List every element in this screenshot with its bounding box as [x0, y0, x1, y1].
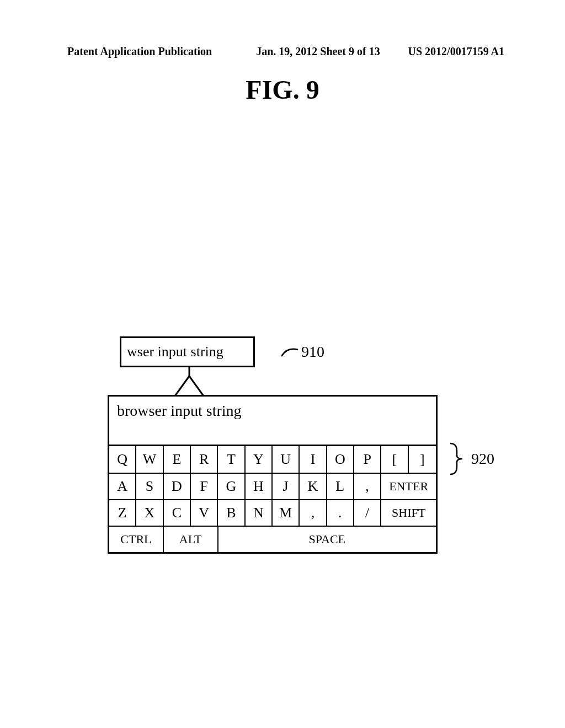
svg-line-1 [175, 376, 189, 396]
key-m[interactable]: M [273, 500, 300, 526]
key-f[interactable]: F [191, 474, 218, 499]
key-j[interactable]: J [273, 474, 300, 499]
popup-text: wser input string [127, 344, 223, 360]
brace-icon [447, 442, 468, 475]
key-comma2[interactable]: , [300, 500, 327, 526]
key-shift[interactable]: SHIFT [381, 500, 436, 526]
key-i[interactable]: I [300, 446, 327, 473]
key-y[interactable]: Y [246, 446, 273, 473]
header-publication: Patent Application Publication [67, 45, 212, 58]
key-comma[interactable]: , [354, 474, 381, 499]
figure-title: FIG. 9 [0, 74, 565, 105]
key-p[interactable]: P [354, 446, 381, 473]
reference-910-label: 910 [301, 343, 324, 361]
keyboard-row-4: CTRL ALT SPACE [109, 526, 436, 552]
key-ctrl[interactable]: CTRL [109, 527, 164, 552]
key-alt[interactable]: ALT [164, 527, 218, 552]
key-u[interactable]: U [273, 446, 300, 473]
key-g[interactable]: G [218, 474, 245, 499]
key-k[interactable]: K [300, 474, 327, 499]
onscreen-keyboard: browser input string Q W E R T Y U I O P… [108, 395, 438, 554]
keyboard-row-2: A S D F G H J K L , ENTER [109, 473, 436, 499]
key-w[interactable]: W [136, 446, 163, 473]
key-slash[interactable]: / [354, 500, 381, 526]
key-e[interactable]: E [164, 446, 191, 473]
key-o[interactable]: O [327, 446, 354, 473]
key-b[interactable]: B [218, 500, 245, 526]
key-t[interactable]: T [218, 446, 245, 473]
reference-920: 920 [447, 442, 494, 475]
key-period[interactable]: . [327, 500, 354, 526]
key-q[interactable]: Q [109, 446, 136, 473]
key-l[interactable]: L [327, 474, 354, 499]
key-s[interactable]: S [136, 474, 163, 499]
reference-910: 910 [281, 343, 324, 361]
key-bracket-close[interactable]: ] [409, 446, 436, 473]
keyboard-row-3: Z X C V B N M , . / SHIFT [109, 499, 436, 526]
reference-920-label: 920 [471, 450, 494, 468]
key-a[interactable]: A [109, 474, 136, 499]
header-pub-number: US 2012/0017159 A1 [408, 45, 504, 58]
key-v[interactable]: V [191, 500, 218, 526]
autocomplete-popup: wser input string [120, 336, 255, 367]
key-c[interactable]: C [164, 500, 191, 526]
key-n[interactable]: N [246, 500, 273, 526]
keyboard-row-1: Q W E R T Y U I O P [ ] [109, 446, 436, 473]
key-x[interactable]: X [136, 500, 163, 526]
keyboard-input-field[interactable]: browser input string [109, 397, 436, 446]
key-enter[interactable]: ENTER [381, 474, 436, 499]
key-d[interactable]: D [164, 474, 191, 499]
header-date-sheet: Jan. 19, 2012 Sheet 9 of 13 [256, 45, 380, 58]
keyboard-input-text: browser input string [117, 402, 242, 419]
key-r[interactable]: R [191, 446, 218, 473]
callout-stem-icon [173, 367, 206, 397]
page-header: Patent Application Publication Jan. 19, … [67, 45, 504, 58]
svg-line-2 [189, 376, 204, 396]
key-h[interactable]: H [246, 474, 273, 499]
key-space[interactable]: SPACE [218, 527, 436, 552]
key-z[interactable]: Z [109, 500, 136, 526]
key-bracket-open[interactable]: [ [381, 446, 408, 473]
lead-line-icon [281, 344, 301, 360]
